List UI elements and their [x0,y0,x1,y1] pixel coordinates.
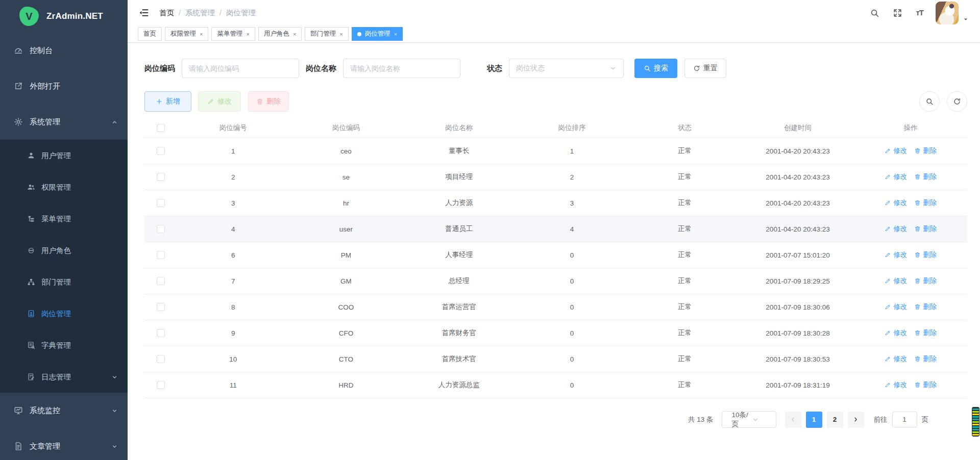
users-icon [27,183,35,191]
role-face-icon [27,246,35,254]
search-button[interactable]: 搜索 [634,59,677,78]
edit-pencil-icon [885,355,891,362]
row-edit-link[interactable]: 修改 [885,354,907,364]
table-row: 8COO首席运营官0正常2001-07-09 18:30:06修改删除 [144,294,967,320]
table-row: 11HRD人力资源总监0正常2001-07-09 18:31:19修改删除 [144,372,967,398]
close-tab-icon[interactable]: × [246,31,249,37]
row-edit-link[interactable]: 修改 [885,224,907,234]
row-delete-link[interactable]: 删除 [914,172,937,182]
row-checkbox[interactable] [157,225,165,233]
post-status-select[interactable]: 岗位状态 [509,59,624,78]
dashboard-icon [14,46,23,55]
cell-created-time: 2001-07-09 18:31:19 [741,381,854,389]
cell-status: 正常 [628,224,741,234]
close-tab-icon[interactable]: × [200,31,203,37]
tab-permission[interactable]: 权限管理× [165,27,208,41]
tab-post[interactable]: 岗位管理× [352,27,403,41]
fullscreen-icon[interactable] [893,8,902,18]
post-code-input[interactable] [182,59,299,78]
sidebar-item-log-management[interactable]: 日志管理 [0,361,128,393]
row-delete-link[interactable]: 删除 [914,198,937,208]
row-delete-link[interactable]: 删除 [914,380,937,390]
row-edit-link[interactable]: 修改 [885,302,907,312]
next-page-button[interactable] [848,412,864,428]
row-checkbox[interactable] [157,147,165,155]
page-button-1[interactable]: 1 [806,412,822,428]
edit-button[interactable]: 修改 [198,91,241,112]
page-button-2[interactable]: 2 [827,412,843,428]
cell-created-time: 2001-04-20 20:43:23 [741,225,854,233]
prev-page-button[interactable] [785,412,801,428]
link-label: 删除 [923,224,937,234]
row-edit-link[interactable]: 修改 [885,198,907,208]
font-size-icon[interactable]: тT [916,8,923,18]
sidebar-item-user-role[interactable]: 用户角色 [0,235,128,266]
sidebar-item-user-management[interactable]: 用户管理 [0,140,128,171]
table-tools [919,91,967,112]
row-edit-link[interactable]: 修改 [885,380,907,390]
close-tab-icon[interactable]: × [394,31,397,37]
row-checkbox[interactable] [157,251,165,259]
tab-user-role[interactable]: 用户角色× [258,27,302,41]
row-checkbox[interactable] [157,277,165,285]
toggle-search-button[interactable] [919,91,940,112]
log-icon [27,373,35,381]
tags-view-bar: 首页权限管理×菜单管理×用户角色×部门管理×岗位管理× [128,25,980,43]
row-delete-link[interactable]: 删除 [914,328,937,338]
jump-page-input[interactable] [892,412,917,427]
row-delete-link[interactable]: 删除 [914,276,937,286]
row-delete-link[interactable]: 删除 [914,146,937,156]
refresh-table-button[interactable] [947,91,967,112]
close-tab-icon[interactable]: × [293,31,296,37]
sidebar-item-system-management[interactable]: 系统管理 [0,104,128,140]
row-checkbox[interactable] [157,303,165,311]
tab-department[interactable]: 部门管理× [305,27,348,41]
user-avatar-menu[interactable] [936,2,969,24]
search-icon[interactable] [870,8,879,18]
breadcrumb-item[interactable]: 首页 [159,8,174,18]
trash-icon [914,303,921,310]
sidebar-item-post-management[interactable]: 岗位管理 [0,298,128,329]
row-edit-link[interactable]: 修改 [885,172,907,182]
column-header-status: 状态 [628,123,741,133]
breadcrumb-separator: / [219,9,222,17]
row-delete-link[interactable]: 删除 [914,354,937,364]
edit-pencil-icon [885,251,891,258]
tab-menu[interactable]: 菜单管理× [211,27,255,41]
sidebar-item-dictionary-management[interactable]: 字典管理 [0,329,128,361]
menu-fold-icon[interactable] [139,8,149,18]
row-checkbox[interactable] [157,199,165,207]
sidebar-item-dashboard[interactable]: 控制台 [0,33,128,68]
scroll-minimap-widget [972,407,979,437]
cell-actions: 修改删除 [854,198,967,208]
select-all-checkbox[interactable] [157,124,165,132]
close-tab-icon[interactable]: × [339,31,342,37]
row-edit-link[interactable]: 修改 [885,146,907,156]
search-icon [644,65,651,72]
delete-button[interactable]: 删除 [248,91,289,112]
cell-post-name: 人力资源总监 [403,380,516,390]
sidebar-item-article-management[interactable]: 文章管理 [0,428,128,460]
row-checkbox[interactable] [157,355,165,363]
sidebar-item-department-management[interactable]: 部门管理 [0,266,128,298]
add-button[interactable]: 新增 [144,91,191,112]
post-name-input[interactable] [343,59,460,78]
row-delete-link[interactable]: 删除 [914,224,937,234]
row-checkbox[interactable] [157,381,165,389]
sidebar-item-menu-management[interactable]: 菜单管理 [0,203,128,235]
sidebar-item-external-open[interactable]: 外部打开 [0,68,128,104]
row-checkbox[interactable] [157,173,165,181]
sidebar-item-system-monitor[interactable]: 系统监控 [0,393,128,428]
tab-home[interactable]: 首页 [138,27,162,41]
trash-icon [914,329,921,336]
row-delete-link[interactable]: 删除 [914,302,937,312]
row-edit-link[interactable]: 修改 [885,276,907,286]
page-size-select[interactable]: 10条/页 [722,411,776,428]
sidebar-item-permission-management[interactable]: 权限管理 [0,171,128,203]
reset-button[interactable]: 重置 [684,59,726,78]
row-delete-link[interactable]: 删除 [914,250,937,260]
row-checkbox[interactable] [157,329,165,337]
table-row: 9CFO首席财务官0正常2001-07-09 18:30:28修改删除 [144,320,967,346]
row-edit-link[interactable]: 修改 [885,328,907,338]
row-edit-link[interactable]: 修改 [885,250,907,260]
